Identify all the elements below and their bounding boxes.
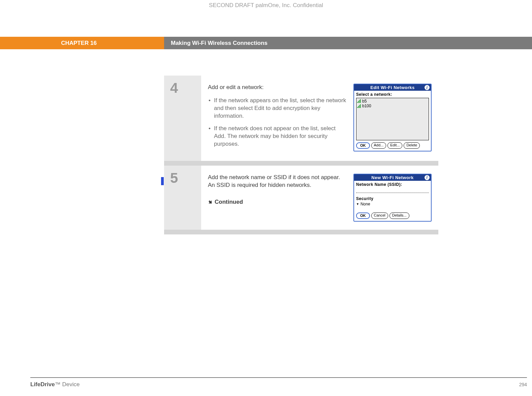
chapter-label: CHAPTER 16 — [61, 40, 97, 47]
continued-arrow-icon — [208, 200, 213, 205]
signal-icon — [357, 105, 361, 108]
device-brand: LifeDrive — [30, 381, 55, 388]
step-4-number-cell: 4 — [164, 76, 201, 161]
chapter-title-block: Making Wi-Fi Wireless Connections — [164, 37, 532, 49]
add-button[interactable]: Add... — [371, 142, 386, 149]
step-5-body: Add the network name or SSID if it does … — [201, 166, 438, 230]
network-name: b100 — [362, 104, 371, 108]
palm-titlebar: New Wi-Fi Network i — [354, 174, 431, 181]
step-5-number-cell: 5 — [164, 166, 201, 230]
palm-title: New Wi-Fi Network — [371, 175, 413, 180]
network-item-b5[interactable]: b5 — [357, 99, 428, 104]
chapter-label-block: CHAPTER 16 — [0, 37, 164, 49]
steps-container: 4 Add or edit a network: If the network … — [164, 76, 438, 234]
ssid-input[interactable] — [356, 188, 429, 193]
revision-mark — [161, 177, 164, 185]
step-5-text: Add the network name or SSID if it does … — [208, 174, 347, 222]
continued-label: Continued — [215, 198, 243, 206]
cancel-button[interactable]: Cancel — [371, 213, 388, 219]
step-4-bullet-1: If the network appears on the list, sele… — [213, 97, 347, 120]
continued-indicator: Continued — [208, 198, 347, 206]
edit-button[interactable]: Edit... — [387, 142, 402, 149]
ok-button[interactable]: OK — [356, 142, 370, 149]
step-5-number: 5 — [170, 171, 201, 185]
ssid-label: Network Name (SSID): — [356, 182, 429, 187]
confidential-header: SECOND DRAFT palmOne, Inc. Confidential — [0, 2, 532, 9]
delete-button[interactable]: Delete — [404, 142, 420, 149]
info-icon[interactable]: i — [425, 175, 430, 180]
network-name: b5 — [362, 99, 367, 104]
new-network-screenshot: New Wi-Fi Network i Network Name (SSID):… — [353, 174, 432, 222]
step-4-number: 4 — [170, 81, 201, 95]
step-5-row: 5 Add the network name or SSID if it doe… — [164, 166, 438, 230]
select-network-label: Select a network: — [356, 92, 429, 97]
step-divider — [164, 161, 438, 166]
step-4-body: Add or edit a network: If the network ap… — [201, 76, 438, 161]
step-4-bullet-2: If the network does not appear on the li… — [213, 125, 347, 148]
palm-titlebar: Edit Wi-Fi Networks i — [354, 84, 431, 91]
step-4-text: Add or edit a network: If the network ap… — [208, 84, 347, 153]
details-button[interactable]: Details... — [389, 213, 409, 219]
ok-button[interactable]: OK — [356, 213, 370, 219]
network-item-b100[interactable]: b100 — [357, 104, 428, 108]
steps-bottom-border — [164, 230, 438, 234]
chapter-title: Making Wi-Fi Wireless Connections — [171, 40, 268, 47]
page-footer: LifeDrive™ Device 294 — [30, 381, 527, 388]
security-label: Security — [356, 196, 429, 201]
palm-title: Edit Wi-Fi Networks — [370, 85, 414, 90]
step-4-row: 4 Add or edit a network: If the network … — [164, 76, 438, 161]
dropdown-arrow-icon: ▼ — [356, 202, 359, 206]
info-icon[interactable]: i — [425, 85, 430, 90]
step-5-paragraph: Add the network name or SSID if it does … — [208, 174, 347, 189]
chapter-header-bar: CHAPTER 16 Making Wi-Fi Wireless Connect… — [0, 37, 532, 49]
device-word: Device — [62, 381, 80, 388]
network-listbox[interactable]: b5 b100 — [356, 98, 429, 140]
step-4-intro: Add or edit a network: — [208, 84, 347, 91]
device-name: LifeDrive™ Device — [30, 381, 80, 388]
edit-networks-screenshot: Edit Wi-Fi Networks i Select a network: … — [353, 84, 432, 153]
signal-icon — [357, 100, 361, 103]
page-number: 294 — [519, 382, 527, 387]
trademark: ™ — [55, 381, 61, 388]
footer-rule — [30, 377, 527, 378]
security-dropdown[interactable]: ▼ None — [356, 202, 429, 206]
security-value: None — [361, 202, 370, 206]
